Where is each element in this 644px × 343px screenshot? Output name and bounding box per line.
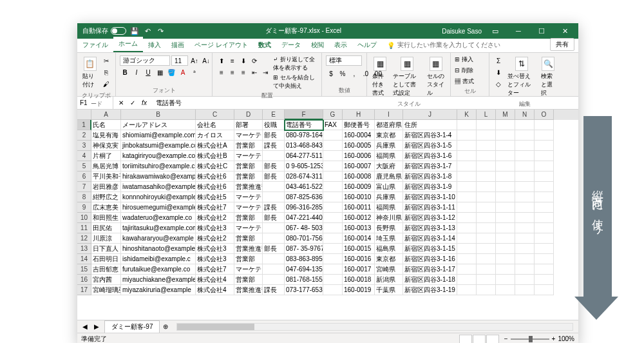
cell[interactable] bbox=[457, 254, 477, 264]
cell[interactable]: 047-221-4405 bbox=[285, 213, 323, 223]
column-header[interactable]: C bbox=[196, 110, 234, 120]
font-name-select[interactable] bbox=[120, 55, 170, 66]
cell[interactable] bbox=[496, 285, 515, 295]
currency-icon[interactable]: $ bbox=[326, 68, 336, 79]
cell[interactable]: hirosuemegumi@example bbox=[121, 202, 196, 213]
cell[interactable] bbox=[496, 264, 515, 275]
font-size-select[interactable] bbox=[171, 55, 188, 66]
fx-icon[interactable]: fx bbox=[139, 98, 149, 108]
cell[interactable]: 郵便番号 bbox=[343, 120, 375, 130]
cell[interactable]: 160-0018 bbox=[343, 275, 375, 285]
cell[interactable] bbox=[263, 275, 285, 285]
cell[interactable] bbox=[323, 192, 343, 202]
cell-styles-button[interactable]: ▦セルのスタイル bbox=[426, 55, 446, 99]
cell[interactable]: 営業部 bbox=[234, 233, 263, 244]
sort-filter-button[interactable]: ⇅並べ替えとフィルター bbox=[506, 55, 537, 99]
cell[interactable] bbox=[496, 202, 515, 213]
cell[interactable] bbox=[457, 192, 477, 202]
cell[interactable]: 兵庫県 bbox=[375, 192, 403, 202]
shrink-font-icon[interactable]: A↓ bbox=[201, 55, 211, 66]
cell[interactable] bbox=[457, 182, 477, 192]
cell[interactable] bbox=[496, 161, 515, 172]
cell[interactable] bbox=[496, 254, 515, 264]
cell[interactable]: 日下直人 bbox=[91, 244, 121, 254]
cell[interactable]: miyazakiruria@example bbox=[121, 285, 196, 295]
indent-inc-icon[interactable]: ⇥ bbox=[260, 67, 270, 77]
border-button[interactable]: ▦ bbox=[155, 67, 165, 77]
tab-描画[interactable]: 描画 bbox=[166, 38, 189, 52]
cell[interactable] bbox=[477, 182, 496, 192]
cell[interactable]: kawahararyou@example bbox=[121, 233, 196, 244]
merge-center-button[interactable]: ⊞ セルを結合して中央揃え bbox=[273, 74, 317, 90]
cell[interactable] bbox=[477, 254, 496, 264]
cell[interactable]: 営業部 bbox=[234, 141, 263, 151]
cell[interactable]: 160-0013 bbox=[343, 223, 375, 233]
cell[interactable] bbox=[535, 172, 554, 182]
cell[interactable] bbox=[323, 213, 343, 223]
row-header[interactable]: 5 bbox=[77, 161, 91, 172]
zoom-level[interactable]: 100% bbox=[558, 335, 574, 342]
cell[interactable]: 160-0010 bbox=[343, 192, 375, 202]
cell[interactable]: 160-0007 bbox=[343, 161, 375, 172]
cell[interactable]: 役職 bbox=[263, 120, 285, 130]
column-header[interactable]: I bbox=[375, 110, 403, 120]
cell[interactable] bbox=[535, 254, 554, 264]
cell[interactable] bbox=[496, 172, 515, 182]
cell[interactable] bbox=[457, 172, 477, 182]
cell[interactable] bbox=[323, 141, 343, 151]
cell[interactable]: 160-0019 bbox=[343, 285, 375, 295]
cell[interactable]: 0 9-605-1253 bbox=[285, 161, 323, 172]
cell[interactable] bbox=[457, 275, 477, 285]
cell[interactable]: 広末恵美 bbox=[91, 202, 121, 213]
cell[interactable]: 部署 bbox=[234, 120, 263, 130]
enter-formula-icon[interactable]: ✓ bbox=[128, 98, 138, 108]
cell[interactable] bbox=[535, 130, 554, 141]
cell[interactable]: 宮内茜 bbox=[91, 275, 121, 285]
cell[interactable] bbox=[496, 120, 515, 130]
formula-input[interactable]: 電話番号 bbox=[152, 99, 578, 108]
cell[interactable]: 部長 bbox=[263, 130, 285, 141]
format-cells-button[interactable]: ▦ 書式 bbox=[455, 77, 474, 86]
cell[interactable]: 田尻佑 bbox=[91, 223, 121, 233]
cell[interactable] bbox=[496, 182, 515, 192]
cell[interactable] bbox=[515, 254, 535, 264]
cell[interactable] bbox=[535, 182, 554, 192]
cell[interactable] bbox=[263, 192, 285, 202]
cell[interactable]: 080-701-7561 bbox=[285, 233, 323, 244]
column-header[interactable]: M bbox=[496, 110, 515, 120]
cell[interactable] bbox=[457, 120, 477, 130]
cell[interactable]: 新宿区四谷3-1-8 bbox=[403, 172, 457, 182]
underline-button[interactable]: U bbox=[143, 67, 153, 77]
cell[interactable]: 千葉県 bbox=[375, 285, 403, 295]
cell[interactable]: 株式会社4 bbox=[196, 275, 234, 285]
insert-cells-button[interactable]: ⊞ 挿入 bbox=[455, 55, 473, 64]
cell[interactable] bbox=[323, 151, 343, 161]
tab-ヘルプ[interactable]: ヘルプ bbox=[352, 38, 382, 52]
cell[interactable] bbox=[477, 244, 496, 254]
cell[interactable] bbox=[323, 244, 343, 254]
column-header[interactable]: J bbox=[403, 110, 457, 120]
cell[interactable]: 片桐了 bbox=[91, 151, 121, 161]
zoom-in-icon[interactable]: + bbox=[552, 335, 556, 342]
row-header[interactable]: 13 bbox=[77, 244, 91, 254]
row-header[interactable]: 11 bbox=[77, 223, 91, 233]
phonetic-icon[interactable]: ᵃ bbox=[189, 67, 200, 77]
cell[interactable]: 株式会社6 bbox=[196, 172, 234, 182]
cell[interactable]: 081-768-1551 bbox=[285, 275, 323, 285]
number-format-select[interactable] bbox=[326, 55, 362, 66]
row-header[interactable]: 14 bbox=[77, 254, 91, 264]
cell[interactable]: 部長 bbox=[263, 172, 285, 182]
align-right-icon[interactable]: ≡ bbox=[238, 67, 249, 77]
cell[interactable] bbox=[323, 223, 343, 233]
cell[interactable] bbox=[496, 192, 515, 202]
cell[interactable]: マーケティング部 bbox=[234, 223, 263, 233]
cell[interactable]: 株式会社7 bbox=[196, 264, 234, 275]
cell[interactable] bbox=[477, 161, 496, 172]
cell[interactable]: 石田明日 bbox=[91, 254, 121, 264]
cell[interactable]: 営業部 bbox=[234, 275, 263, 285]
cell[interactable]: 160-0006 bbox=[343, 151, 375, 161]
cell[interactable] bbox=[457, 213, 477, 223]
align-left-icon[interactable]: ≡ bbox=[216, 67, 227, 77]
cell[interactable] bbox=[515, 192, 535, 202]
row-header[interactable]: 10 bbox=[77, 213, 91, 223]
